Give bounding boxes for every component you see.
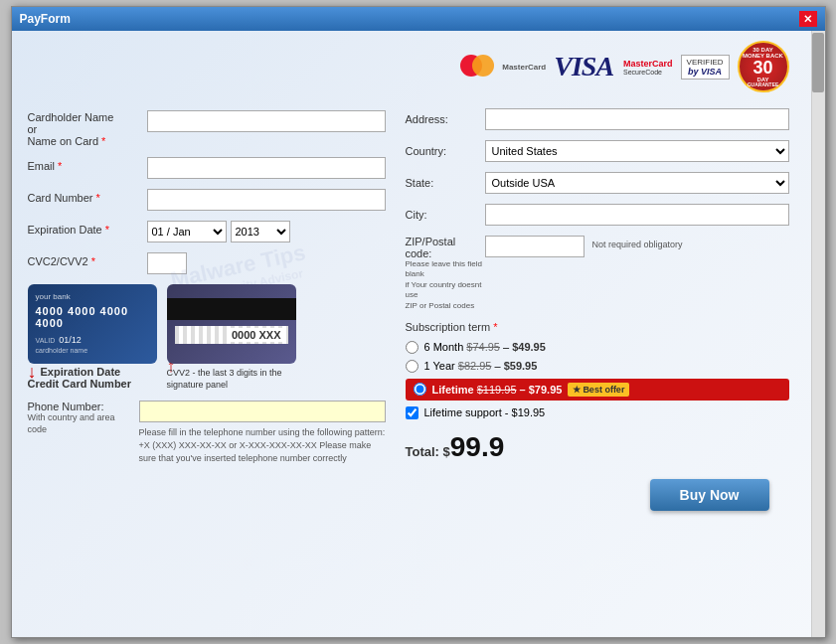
right-column: Address: Country: United States Canada U… xyxy=(406,108,809,511)
card-back: 0000 XXX xyxy=(167,284,296,364)
back-card-container: 0000 XXX ↑ CVV2 - the last 3 digits in t… xyxy=(167,284,306,391)
sub-option-1year: 1 Year $82.95 – $59.95 xyxy=(406,360,789,373)
cardholder-input[interactable] xyxy=(147,110,386,132)
sub-option-lifetime: Lifetime $119.95 – $79.95 ★ Best offer xyxy=(406,379,789,401)
sub-radio-6month[interactable] xyxy=(406,341,418,354)
card-number-row: Card Number * xyxy=(28,189,386,211)
payment-logos: MasterCard VISA MasterCard SecureCode VE… xyxy=(28,41,809,92)
expiration-row: Expiration Date * 01 / Jan 02 / Feb 03 /… xyxy=(28,221,386,242)
state-select[interactable]: Outside USA Alabama Alaska Arizona Calif… xyxy=(485,172,789,194)
verified-by-visa: VERIFIED by VISA xyxy=(681,55,730,80)
left-column: Cardholder NameorName on Card * Email * … xyxy=(28,108,386,511)
card-valid-date: 01/12 xyxy=(59,335,82,345)
cvv-description: CVV2 - the last 3 digits in the signatur… xyxy=(167,368,306,391)
buy-now-button[interactable]: Buy Now xyxy=(650,479,769,511)
country-label: Country: xyxy=(406,145,485,157)
card-bank-name: your bank xyxy=(36,292,149,301)
card-signature-panel: 0000 XXX xyxy=(175,326,288,344)
zip-label: ZIP/Postal code: xyxy=(406,236,485,259)
expiration-inputs: 01 / Jan 02 / Feb 03 / Mar 04 / Apr 05 /… xyxy=(147,221,290,242)
card-number-label: Card Number * xyxy=(28,189,147,204)
total-label: Total: $ xyxy=(406,444,450,459)
cvc-input[interactable] xyxy=(147,252,187,274)
cardholder-label: Cardholder NameorName on Card * xyxy=(28,108,147,147)
sub-option-support: Lifetime support - $19.95 xyxy=(406,406,789,419)
phone-input[interactable] xyxy=(139,401,386,422)
zip-row: ZIP/Postal code: Please leave this field… xyxy=(406,236,789,311)
buy-button-area: Buy Now xyxy=(406,479,789,511)
visa-logo: VISA xyxy=(554,51,613,82)
cardholder-row: Cardholder NameorName on Card * xyxy=(28,108,386,147)
credit-card-number-label: Credit Card Number xyxy=(28,378,132,390)
email-label: Email * xyxy=(28,157,147,172)
subscription-title: Subscription term * xyxy=(406,321,789,333)
cvc-label: CVC2/CVV2 * xyxy=(28,252,147,267)
mastercard-label: MasterCard xyxy=(502,63,546,72)
main-window: PayForm ✕ Malware Tips Your Security Adv… xyxy=(11,6,826,638)
exp-month-select[interactable]: 01 / Jan 02 / Feb 03 / Mar 04 / Apr 05 /… xyxy=(147,221,227,242)
scrollbar[interactable] xyxy=(811,31,825,637)
address-input[interactable] xyxy=(485,108,789,130)
zip-input[interactable] xyxy=(485,236,585,257)
country-select[interactable]: United States Canada United Kingdom Aust… xyxy=(485,140,789,162)
close-button[interactable]: ✕ xyxy=(799,11,817,27)
zip-sublabel: Please leave this field blankif Your cou… xyxy=(406,259,485,311)
form-layout: Cardholder NameorName on Card * Email * … xyxy=(28,108,809,511)
expiration-label: Expiration Date * xyxy=(28,221,147,236)
subscription-section: Subscription term * 6 Month $74.95 – $49… xyxy=(406,321,789,419)
sub-option-6month: 6 Month $74.95 – $49.95 xyxy=(406,341,789,354)
cvc-row: CVC2/CVV2 * xyxy=(28,252,386,274)
guarantee-badge: 30 DAY MONEY BACK 30 DAY GUARANTEE xyxy=(738,41,789,92)
card-number-input[interactable] xyxy=(147,189,386,211)
phone-label: Phone Number: xyxy=(28,401,127,412)
phone-section: Phone Number: With country and area code… xyxy=(28,401,386,464)
card-cvv-display: 0000 XXX xyxy=(229,328,284,342)
country-row: Country: United States Canada United Kin… xyxy=(406,140,789,162)
email-row: Email * xyxy=(28,157,386,179)
scrollbar-thumb[interactable] xyxy=(812,33,824,92)
card-visuals-area: your bank 4000 4000 4000 4000 VALID 01/1… xyxy=(28,284,386,391)
state-label: State: xyxy=(406,177,485,189)
titlebar: PayForm ✕ xyxy=(12,7,825,31)
city-label: City: xyxy=(406,209,485,221)
expiration-date-label: ↓ Expiration Date xyxy=(28,366,121,378)
total-amount: 99.9 xyxy=(450,431,505,462)
front-card-container: your bank 4000 4000 4000 4000 VALID 01/1… xyxy=(28,284,157,391)
address-label: Address: xyxy=(406,113,485,125)
window-title: PayForm xyxy=(20,12,71,26)
best-offer-badge: ★ Best offer xyxy=(568,383,629,397)
phone-sublabel: With country and area code xyxy=(28,412,127,435)
mastercard-icon xyxy=(460,55,496,79)
city-row: City: xyxy=(406,204,789,226)
email-input[interactable] xyxy=(147,157,386,179)
card-holder-name: cardholder name xyxy=(36,347,149,354)
address-row: Address: xyxy=(406,108,789,130)
city-input[interactable] xyxy=(485,204,789,226)
card-front: your bank 4000 4000 4000 4000 VALID 01/1… xyxy=(28,284,157,364)
zip-note: Not required obligatory xyxy=(592,236,683,249)
total-section: Total: $99.9 xyxy=(406,431,789,463)
support-checkbox[interactable] xyxy=(406,406,418,419)
exp-year-select[interactable]: 2013 2014 2015 2016 2017 2018 2019 2020 xyxy=(231,221,290,242)
sub-radio-lifetime[interactable] xyxy=(414,383,426,396)
state-row: State: Outside USA Alabama Alaska Arizon… xyxy=(406,172,789,194)
card-stripe xyxy=(167,298,296,320)
phone-hint: Please fill in the telephone number usin… xyxy=(139,426,386,464)
support-label: Lifetime support - $19.95 xyxy=(424,406,546,418)
card-number-display: 4000 4000 4000 4000 xyxy=(36,305,149,329)
securecode-logo: MasterCard SecureCode xyxy=(623,59,673,76)
sub-radio-1year[interactable] xyxy=(406,360,418,373)
content-area: Malware Tips Your Security Advisor Maste… xyxy=(12,31,825,637)
